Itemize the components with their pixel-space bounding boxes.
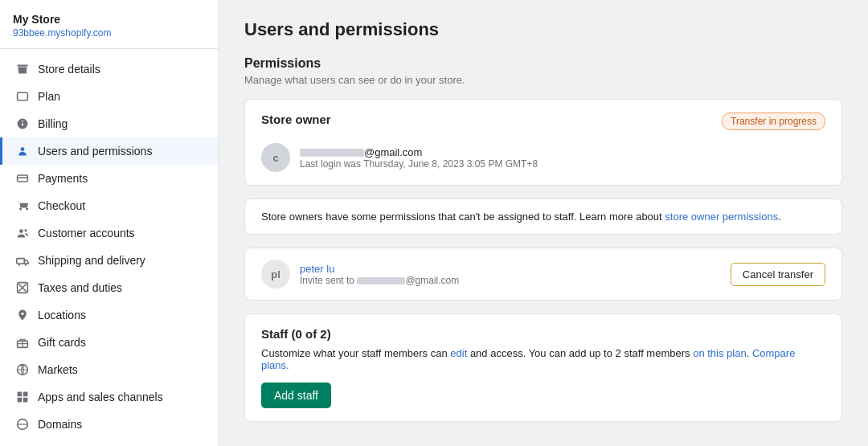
sidebar-item-checkout[interactable]: Checkout [0,192,218,219]
sidebar-label-gift-cards: Gift cards [38,336,86,349]
add-staff-button[interactable]: Add staff [261,383,331,408]
owner-row: c @gmail.com Last login was Thursday, Ju… [261,143,825,172]
sidebar-label-users-permissions: Users and permissions [38,145,152,158]
transfer-details: peter lu Invite sent to @gmail.com [300,263,459,286]
sidebar-item-plan[interactable]: Plan [0,83,218,110]
svg-point-3 [19,229,23,233]
svg-rect-14 [23,398,28,403]
store-name: My Store [13,13,205,26]
sidebar-label-locations: Locations [38,309,86,321]
sidebar: My Store 93bbee.myshopify.com Store deta… [0,0,219,446]
owner-avatar-letter: c [272,152,278,164]
gift-icon [15,335,30,350]
sidebar-item-shipping-delivery[interactable]: Shipping and delivery [0,247,218,274]
billing-icon [15,117,30,131]
sidebar-item-payments[interactable]: Payments [0,165,218,192]
transfer-invite-prefix: Invite sent to [300,275,357,286]
staff-desc-middle: and access. You can add up to 2 staff me… [467,347,693,359]
svg-point-6 [18,264,20,265]
svg-rect-5 [17,259,25,264]
permissions-section: Permissions Manage what users can see or… [244,56,842,86]
sidebar-label-customer-accounts: Customer accounts [38,227,135,239]
svg-point-4 [24,229,27,231]
owner-avatar: c [261,143,290,172]
transfer-invite-email-domain: @gmail.com [405,275,459,286]
sidebar-nav: Store details Plan Billing Users and per… [0,49,218,444]
transfer-invite: Invite sent to @gmail.com [300,275,459,286]
sidebar-item-store-details[interactable]: Store details [0,55,218,83]
transfer-invite-email-mask [357,277,405,284]
staff-card: Staff (0 of 2) Customize what your staff… [244,313,842,422]
sidebar-item-apps-channels[interactable]: Apps and sales channels [0,383,218,411]
owner-info: @gmail.com Last login was Thursday, June… [300,146,538,170]
staff-description: Customize what your staff members can ed… [261,347,825,371]
owner-email: @gmail.com [300,146,538,158]
staff-desc-after: . [747,347,752,359]
sidebar-label-markets: Markets [38,363,78,376]
sidebar-item-locations[interactable]: Locations [0,301,218,329]
sidebar-item-billing[interactable]: Billing [0,110,218,137]
transfer-row: pl peter lu Invite sent to @gmail.com Ca… [244,248,842,301]
svg-rect-13 [18,398,23,403]
sidebar-label-apps-channels: Apps and sales channels [38,391,163,403]
permissions-notice: Store owners have some permissions that … [244,198,842,235]
permissions-notice-text-after: . [778,211,781,223]
transfer-info: pl peter lu Invite sent to @gmail.com [261,260,459,288]
cancel-transfer-button[interactable]: Cancel transfer [731,263,825,286]
apps-icon [15,390,30,404]
sidebar-label-taxes-duties: Taxes and duties [38,281,122,294]
sidebar-label-billing: Billing [38,117,68,130]
transfer-avatar-letters: pl [271,268,280,280]
domains-icon [15,417,30,432]
sidebar-item-users-permissions[interactable]: Users and permissions [0,137,218,165]
sidebar-label-shipping-delivery: Shipping and delivery [38,254,145,267]
sidebar-item-taxes-duties[interactable]: Taxes and duties [0,274,218,301]
locations-icon [15,308,30,322]
sidebar-label-domains: Domains [38,418,82,431]
sidebar-label-payments: Payments [38,172,88,185]
staff-edit-link[interactable]: edit [450,347,467,359]
staff-desc-before: Customize what your staff members can [261,347,450,359]
permissions-notice-text-before: Store owners have some permissions that … [261,211,665,223]
svg-point-7 [25,264,27,265]
svg-rect-12 [23,392,28,397]
markets-icon [15,362,30,377]
store-info: My Store 93bbee.myshopify.com [0,0,218,49]
checkout-icon [15,198,30,213]
sidebar-item-markets[interactable]: Markets [0,356,218,383]
sidebar-label-store-details: Store details [38,63,100,76]
owner-email-prefix [300,149,364,157]
customer-icon [15,226,30,240]
store-owner-label: Store owner [261,113,331,126]
svg-rect-0 [18,92,28,100]
owner-email-domain: @gmail.com [364,146,422,158]
shipping-icon [15,253,30,268]
taxes-icon [15,280,30,295]
main-content: Users and permissions Permissions Manage… [219,0,868,446]
page-title: Users and permissions [244,19,842,40]
svg-rect-11 [18,392,23,397]
permissions-section-title: Permissions [244,56,842,71]
staff-plan-link[interactable]: on this plan [693,347,747,359]
owner-last-login: Last login was Thursday, June 8, 2023 3:… [300,158,538,170]
store-owner-header: Store owner Transfer in progress [261,113,825,130]
store-icon [15,62,30,76]
plan-icon [15,89,30,104]
permissions-section-subtitle: Manage what users can see or do in your … [244,74,842,86]
sidebar-item-gift-cards[interactable]: Gift cards [0,329,218,356]
payments-icon [15,171,30,186]
store-url[interactable]: 93bbee.myshopify.com [13,27,112,39]
sidebar-label-checkout: Checkout [38,199,85,212]
store-owner-permissions-link[interactable]: store owner permissions [665,211,778,223]
svg-point-1 [21,147,25,151]
users-icon [15,144,30,158]
sidebar-item-customer-accounts[interactable]: Customer accounts [0,219,218,247]
sidebar-label-plan: Plan [38,90,60,103]
sidebar-item-domains[interactable]: Domains [0,411,218,438]
store-owner-card: Store owner Transfer in progress c @gmai… [244,99,842,186]
transfer-in-progress-badge: Transfer in progress [722,113,825,130]
transfer-name: peter lu [300,263,459,275]
staff-section-title: Staff (0 of 2) [261,327,825,341]
transfer-avatar: pl [261,260,290,288]
